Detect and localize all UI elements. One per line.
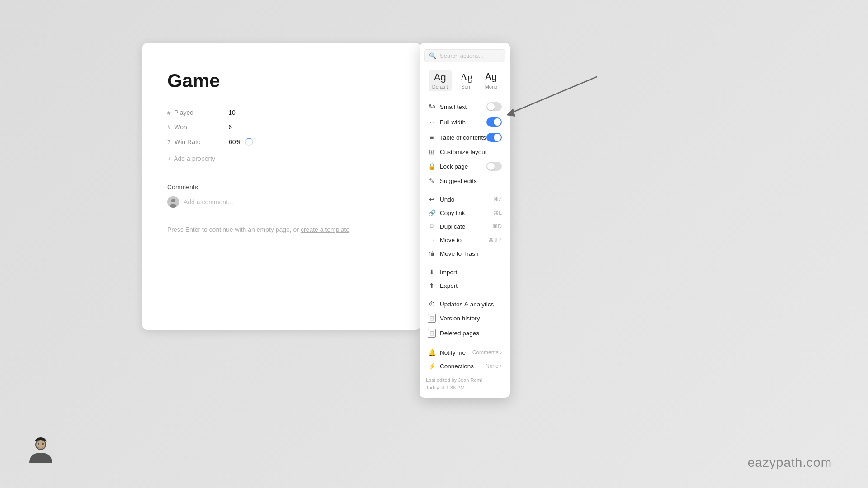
menu-item-version-history[interactable]: ⊡ Version history <box>421 311 508 326</box>
property-icon-winrate: Σ <box>167 139 171 145</box>
property-row-winrate: Σ Win Rate 60% <box>167 134 396 150</box>
font-option-serif[interactable]: Ag Serif <box>457 70 476 91</box>
connections-icon: ⚡ <box>428 362 436 370</box>
menu-item-export[interactable]: ⬆ Export <box>421 279 508 292</box>
copy-link-icon: 🔗 <box>428 209 436 216</box>
connections-label: Connections <box>440 363 474 370</box>
table-of-contents-icon: ≡ <box>428 134 436 141</box>
property-value-played: 10 <box>228 109 236 116</box>
search-icon: 🔍 <box>429 52 436 59</box>
property-row-won: # Won 6 <box>167 120 396 134</box>
small-text-label: Small text <box>440 103 467 110</box>
menu-item-move-to-trash[interactable]: 🗑 Move to Trash <box>421 247 508 260</box>
property-name-winrate: Win Rate <box>175 138 229 145</box>
menu-item-duplicate[interactable]: ⧉ Duplicate ⌘D <box>421 220 508 233</box>
property-value-winrate: 60% <box>229 138 253 146</box>
font-option-default[interactable]: Ag Default <box>429 70 452 91</box>
small-text-icon: Aa <box>428 103 436 110</box>
small-text-toggle[interactable] <box>486 102 502 111</box>
menu-item-updates-analytics[interactable]: ⏱ Updates & analytics <box>421 297 508 311</box>
property-icon-won: # <box>167 124 170 131</box>
divider-1 <box>424 190 505 190</box>
copy-link-label: Copy link <box>440 210 465 216</box>
dropdown-panel: 🔍 Ag Default Ag Serif Ag Mono Aa Small t… <box>420 43 510 398</box>
divider-3 <box>424 295 505 295</box>
version-history-label: Version history <box>440 315 480 322</box>
document-title: Game <box>167 70 396 92</box>
menu-item-notify-me[interactable]: 🔔 Notify me Comments › <box>421 346 508 359</box>
menu-item-table-of-contents[interactable]: ≡ Table of contents <box>421 130 508 145</box>
font-ag-default: Ag <box>434 71 446 83</box>
move-to-trash-icon: 🗑 <box>428 250 436 257</box>
font-selector: Ag Default Ag Serif Ag Mono <box>420 67 510 97</box>
notify-me-icon: 🔔 <box>428 349 436 356</box>
undo-shortcut: ⌘Z <box>493 196 502 202</box>
full-width-icon: ↔ <box>428 118 436 126</box>
undo-label: Undo <box>440 196 454 203</box>
property-row-played: # Played 10 <box>167 105 396 120</box>
duplicate-label: Duplicate <box>440 223 465 230</box>
deleted-pages-icon: ⊡ <box>428 329 436 338</box>
menu-item-full-width[interactable]: ↔ Full width <box>421 114 508 130</box>
add-icon: + <box>167 155 171 162</box>
search-bar: 🔍 <box>424 49 505 62</box>
font-option-mono[interactable]: Ag Mono <box>481 70 501 91</box>
last-edited-footer: Last edited by Jean Remi Today at 1:36 P… <box>420 373 510 393</box>
move-to-shortcut: ⌘⇧P <box>488 237 502 243</box>
lock-page-toggle[interactable] <box>486 162 502 171</box>
customize-layout-label: Customize layout <box>440 149 487 155</box>
table-of-contents-label: Table of contents <box>440 134 486 141</box>
comment-input-row: Add a comment... <box>167 196 396 208</box>
property-icon-played: # <box>167 109 170 116</box>
template-hint: Press Enter to continue with an empty pa… <box>167 226 396 233</box>
svg-point-9 <box>42 443 44 445</box>
import-label: Import <box>440 269 457 276</box>
menu-item-lock-page[interactable]: 🔒 Lock page <box>421 159 508 174</box>
add-property-button[interactable]: + Add a property <box>167 155 396 162</box>
divider-2 <box>424 263 505 263</box>
menu-item-move-to[interactable]: → Move to ⌘⇧P <box>421 233 508 247</box>
copy-link-shortcut: ⌘L <box>493 210 502 216</box>
table-of-contents-toggle[interactable] <box>486 133 502 142</box>
document-card: Game # Played 10 # Won 6 Σ Win Rate 60% … <box>142 43 420 330</box>
lock-page-label: Lock page <box>440 163 468 170</box>
menu-item-undo[interactable]: ↩ Undo ⌘Z <box>421 192 508 206</box>
font-ag-mono: Ag <box>485 72 497 83</box>
comments-label: Comments <box>167 183 396 191</box>
duplicate-icon: ⧉ <box>428 223 436 230</box>
divider-4 <box>424 343 505 343</box>
svg-point-7 <box>36 440 45 449</box>
font-ag-serif: Ag <box>460 71 472 83</box>
last-edited-line2: Today at 1:36 PM <box>426 384 504 392</box>
watermark: eazypath.com <box>748 455 832 470</box>
svg-point-8 <box>38 443 39 445</box>
commenter-avatar <box>167 196 179 208</box>
undo-icon: ↩ <box>428 196 436 203</box>
export-icon: ⬆ <box>428 282 436 289</box>
move-to-trash-label: Move to Trash <box>440 250 479 257</box>
menu-item-copy-link[interactable]: 🔗 Copy link ⌘L <box>421 206 508 220</box>
suggest-edits-label: Suggest edits <box>440 178 477 184</box>
updates-analytics-icon: ⏱ <box>428 300 436 308</box>
loading-spinner <box>245 138 253 146</box>
menu-item-import[interactable]: ⬇ Import <box>421 265 508 279</box>
import-icon: ⬇ <box>428 268 436 276</box>
search-input[interactable] <box>440 52 500 59</box>
comment-placeholder[interactable]: Add a comment... <box>184 198 233 206</box>
duplicate-shortcut: ⌘D <box>492 223 502 230</box>
lock-page-icon: 🔒 <box>428 163 436 170</box>
menu-item-deleted-pages[interactable]: ⊡ Deleted pages <box>421 326 508 341</box>
customize-layout-icon: ⊞ <box>428 148 436 155</box>
menu-item-customize-layout[interactable]: ⊞ Customize layout <box>421 145 508 159</box>
menu-item-small-text[interactable]: Aa Small text <box>421 99 508 114</box>
notify-me-badge: Comments › <box>472 349 502 356</box>
create-template-link[interactable]: create a template <box>301 226 349 233</box>
suggest-edits-icon: ✎ <box>428 177 436 184</box>
property-name-won: Won <box>174 123 228 131</box>
menu-item-suggest-edits[interactable]: ✎ Suggest edits <box>421 174 508 188</box>
avatar-corner <box>25 434 57 465</box>
menu-item-connections[interactable]: ⚡ Connections None › <box>421 359 508 373</box>
updates-analytics-label: Updates & analytics <box>440 301 494 308</box>
property-value-won: 6 <box>228 123 232 131</box>
full-width-toggle[interactable] <box>486 117 502 127</box>
